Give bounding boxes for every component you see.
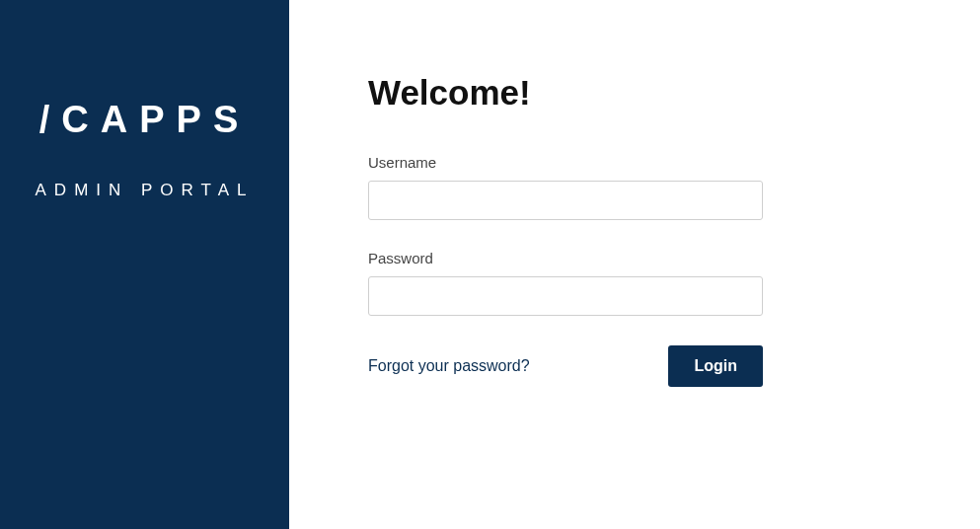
forgot-password-link[interactable]: Forgot your password? bbox=[368, 357, 530, 375]
sidebar: /CAPPS ADMIN PORTAL bbox=[0, 0, 289, 529]
login-panel: Welcome! Username Password Forgot your p… bbox=[289, 0, 980, 529]
page-title: Welcome! bbox=[368, 73, 901, 113]
actions-row: Forgot your password? Login bbox=[368, 345, 763, 387]
username-input[interactable] bbox=[368, 181, 763, 220]
password-label: Password bbox=[368, 250, 901, 266]
brand-logo: /CAPPS bbox=[39, 99, 250, 141]
password-group: Password bbox=[368, 250, 901, 316]
username-label: Username bbox=[368, 154, 901, 171]
login-button[interactable]: Login bbox=[668, 345, 763, 387]
username-group: Username bbox=[368, 154, 901, 220]
password-input[interactable] bbox=[368, 276, 763, 316]
portal-subtitle: ADMIN PORTAL bbox=[36, 181, 255, 200]
